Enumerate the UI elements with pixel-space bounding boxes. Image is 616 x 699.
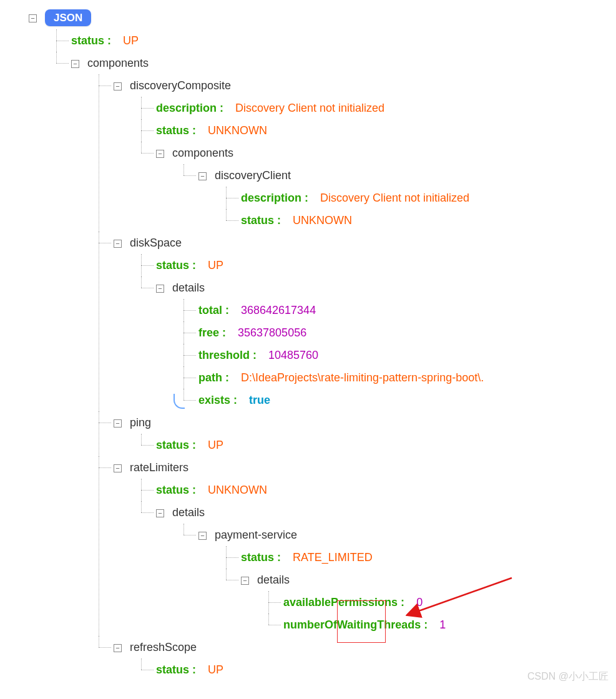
value-text: 0 — [416, 596, 423, 609]
tree-leaf: description : Discovery Client not initi… — [220, 187, 609, 209]
collapse-icon[interactable] — [156, 509, 164, 517]
key-label: threshold — [198, 349, 250, 361]
collapse-icon[interactable] — [114, 240, 122, 248]
watermark: CSDN @小小工匠 — [527, 670, 609, 683]
collapse-icon[interactable] — [156, 150, 164, 158]
tree-leaf: status : UP — [50, 29, 609, 52]
collapse-icon[interactable] — [114, 464, 122, 472]
key-label: description — [156, 102, 217, 114]
object-label[interactable]: diskSpace — [130, 237, 182, 249]
value-text: true — [249, 394, 270, 406]
tree-leaf: total : 368642617344 — [177, 299, 609, 321]
tree-leaf: path : D:\IdeaProjects\rate-limiting-pat… — [177, 366, 609, 389]
value-text: UP — [208, 439, 223, 451]
tree-leaf: availablePermissions : 0 — [262, 591, 609, 613]
tree-leaf: status : UNKNOWN — [135, 119, 609, 142]
collapse-icon[interactable] — [114, 82, 122, 90]
value-text: D:\IdeaProjects\rate-limiting-pattern-sp… — [241, 371, 484, 384]
tree-leaf: description : Discovery Client not initi… — [135, 97, 609, 119]
key-label: status — [156, 484, 189, 496]
value-text: Discovery Client not initialized — [320, 192, 469, 204]
key-label: status — [241, 551, 274, 564]
value-text: UNKNOWN — [293, 214, 352, 227]
object-label[interactable]: discoveryComposite — [130, 79, 231, 92]
key-label: availablePermissions — [283, 596, 398, 609]
cursor-icon — [174, 394, 185, 409]
tree-leaf: exists : true — [177, 389, 609, 411]
collapse-icon[interactable] — [114, 419, 122, 428]
key-label: numberOfWaitingThreads — [283, 618, 421, 631]
key-label: total — [198, 304, 222, 316]
value-text: UNKNOWN — [208, 484, 267, 496]
collapse-icon[interactable] — [71, 60, 79, 68]
key-label: status — [156, 663, 189, 676]
collapse-icon[interactable] — [29, 14, 37, 22]
key-label: status — [156, 439, 189, 451]
key-label: status — [71, 34, 104, 47]
key-label: status — [156, 124, 189, 137]
key-label: status — [156, 259, 189, 271]
collapse-icon[interactable] — [241, 577, 249, 585]
value-text: 1 — [439, 618, 446, 631]
tree-leaf: free : 35637805056 — [177, 321, 609, 344]
collapse-icon[interactable] — [198, 172, 207, 180]
tree-leaf: numberOfWaitingThreads : 1 — [262, 613, 609, 636]
value-text: RATE_LIMITED — [293, 551, 373, 564]
key-label: free — [198, 326, 219, 339]
value-text: 10485760 — [268, 349, 318, 361]
key-label: description — [241, 192, 301, 204]
object-label[interactable]: ping — [130, 416, 151, 429]
tree-leaf: status : UNKNOWN — [135, 479, 609, 501]
key-label: status — [241, 214, 274, 227]
key-label: exists — [198, 394, 230, 406]
tree-leaf: status : RATE_LIMITED — [220, 546, 609, 569]
value-text: 35637805056 — [238, 326, 306, 339]
object-label[interactable]: rateLimiters — [130, 461, 188, 474]
value-text: UP — [208, 259, 223, 271]
value-text: UNKNOWN — [208, 124, 267, 137]
object-label[interactable]: refreshScope — [130, 641, 197, 653]
object-label[interactable]: details — [172, 506, 205, 519]
object-label[interactable]: components — [87, 57, 149, 69]
tree-leaf: status : UP — [135, 434, 609, 456]
root-badge[interactable]: JSON — [45, 9, 91, 26]
collapse-icon[interactable] — [156, 285, 164, 293]
value-text: UP — [208, 663, 223, 676]
object-label[interactable]: details — [257, 574, 290, 586]
object-label[interactable]: discoveryClient — [215, 169, 291, 182]
collapse-icon[interactable] — [198, 532, 207, 540]
tree-leaf: threshold : 10485760 — [177, 344, 609, 366]
object-label[interactable]: components — [172, 147, 233, 159]
value-text: 368642617344 — [241, 304, 316, 316]
value-text: UP — [123, 34, 139, 47]
value-text: Discovery Client not initialized — [235, 102, 384, 114]
key-label: path — [198, 371, 222, 384]
tree-leaf: status : UNKNOWN — [220, 209, 609, 232]
object-label[interactable]: details — [172, 281, 205, 294]
object-label[interactable]: payment-service — [215, 529, 297, 541]
json-tree: JSON status : UP components discoveryCom… — [7, 6, 609, 681]
tree-leaf: status : UP — [135, 254, 609, 276]
collapse-icon[interactable] — [114, 644, 122, 652]
